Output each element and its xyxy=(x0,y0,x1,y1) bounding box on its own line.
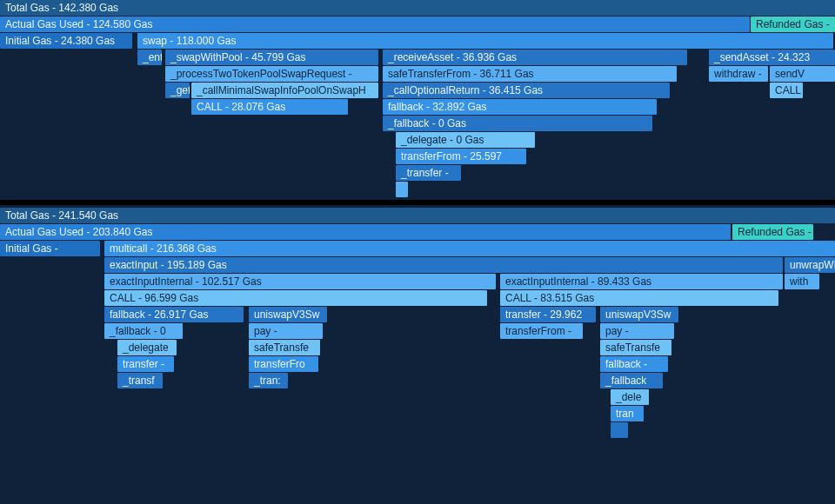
flame-row: _get_callMinimalSwapInfoPoolOnSwapH_call… xyxy=(0,83,835,98)
flame-row: Initial Gas - 24.380 Gasswap - 118.000 G… xyxy=(0,33,835,49)
flame-bar[interactable]: Refunded Gas - xyxy=(751,17,835,32)
flame-bar[interactable]: CALL xyxy=(770,83,803,98)
flame-bar[interactable]: CALL - 28.076 Gas xyxy=(191,99,348,115)
flame-bar[interactable]: _transf xyxy=(117,373,163,388)
flame-bar[interactable]: pay - xyxy=(249,323,323,339)
flame-row: _delegate - 0 Gas xyxy=(0,132,835,148)
flame-bar[interactable]: _receiveAsset - 36.936 Gas xyxy=(383,50,687,65)
flame-row: CALL - 28.076 Gasfallback - 32.892 Gas xyxy=(0,99,835,115)
separator xyxy=(0,200,835,205)
flame-bar[interactable]: _transfer - xyxy=(396,165,461,181)
flame-bar[interactable]: safeTransferFrom - 36.711 Gas xyxy=(383,66,677,82)
flame-row: _fallback - 0 Gas xyxy=(0,116,835,131)
flame-bar[interactable]: safeTransfe xyxy=(600,340,671,355)
flame-row: _dele xyxy=(0,389,835,405)
flame-bar[interactable]: fallback - 32.892 Gas xyxy=(383,99,657,115)
flame-bar[interactable]: Total Gas - 142.380 Gas xyxy=(0,0,835,16)
flame-bar[interactable]: transfer - xyxy=(117,356,174,372)
flame-row xyxy=(0,422,835,438)
flame-row: Actual Gas Used - 203.840 GasRefunded Ga… xyxy=(0,224,835,240)
flame-bar[interactable]: unwrapWE xyxy=(785,257,835,273)
flame-bar[interactable]: _callMinimalSwapInfoPoolOnSwapH xyxy=(191,83,378,98)
flame-row: exactInputInternal - 102.517 GasexactInp… xyxy=(0,274,835,289)
flame-bar[interactable]: _fallback - 0 Gas xyxy=(383,116,652,131)
flame-row: transfer -transferFrofallback - xyxy=(0,356,835,372)
flame-bar[interactable]: sendV xyxy=(770,66,835,82)
flame-row: Total Gas - 142.380 Gas xyxy=(0,0,835,16)
flame-row: CALL - 96.599 GasCALL - 83.515 Gas xyxy=(0,290,835,306)
flame-bar[interactable]: fallback - 26.917 Gas xyxy=(104,307,244,322)
flame-bar[interactable]: _delegate xyxy=(117,340,177,355)
flame-bar[interactable]: CALL - 96.599 Gas xyxy=(104,290,487,306)
flame-bar[interactable]: exactInput - 195.189 Gas xyxy=(104,257,783,273)
flame-bar[interactable]: tran xyxy=(611,406,644,421)
flame-bar[interactable]: _fallback - 0 xyxy=(104,323,183,339)
flame-bar[interactable]: with xyxy=(785,274,819,289)
flame-bar[interactable]: withdraw - xyxy=(709,66,768,82)
flame-bar[interactable]: _dele xyxy=(611,389,649,405)
flame-chart-2: Total Gas - 241.540 GasActual Gas Used -… xyxy=(0,208,835,438)
flame-bar[interactable]: fallback - xyxy=(600,356,668,372)
flame-bar[interactable]: _swapWithPool - 45.799 Gas xyxy=(165,50,378,65)
flame-row: _transfer - xyxy=(0,165,835,181)
flame-row: Actual Gas Used - 124.580 GasRefunded Ga… xyxy=(0,17,835,32)
flame-bar[interactable]: exactInputInternal - 89.433 Gas xyxy=(500,274,783,289)
flame-row: _fallback - 0pay -transferFrom -pay - xyxy=(0,323,835,339)
flame-bar[interactable]: transferFrom - xyxy=(500,323,583,339)
flame-bar[interactable]: Initial Gas - 24.380 Gas xyxy=(0,33,132,49)
flame-bar[interactable]: transfer - 29.962 xyxy=(500,307,596,322)
flame-row: fallback - 26.917 GasuniswapV3Swtransfer… xyxy=(0,307,835,322)
flame-bar[interactable]: _sendAsset - 24.323 xyxy=(709,50,835,65)
flame-bar[interactable]: _callOptionalReturn - 36.415 Gas xyxy=(383,83,670,98)
flame-row: Initial Gas -multicall - 216.368 Gas xyxy=(0,241,835,256)
flame-bar[interactable]: safeTransfe xyxy=(249,340,320,355)
flame-row: transferFrom - 25.597 xyxy=(0,149,835,164)
flame-row: exactInput - 195.189 GasunwrapWE xyxy=(0,257,835,273)
flame-bar[interactable]: uniswapV3Sw xyxy=(600,307,678,322)
flame-bar[interactable]: pay - xyxy=(600,323,674,339)
flame-row xyxy=(0,182,835,197)
flame-bar[interactable]: transferFrom - 25.597 xyxy=(396,149,526,164)
flame-row: _processTwoTokenPoolSwapRequest -safeTra… xyxy=(0,66,835,82)
flame-row: tran xyxy=(0,406,835,421)
flame-bar[interactable]: Initial Gas - xyxy=(0,241,100,256)
flame-row: _transf_tran:_fallback xyxy=(0,373,835,388)
flame-bar[interactable] xyxy=(611,422,628,438)
flame-bar[interactable]: transferFro xyxy=(249,356,318,372)
flame-bar[interactable]: Refunded Gas - xyxy=(732,224,813,240)
flame-bar[interactable]: multicall - 216.368 Gas xyxy=(104,241,835,256)
flame-bar[interactable]: _fallback xyxy=(600,373,663,388)
flame-bar[interactable]: CALL - 83.515 Gas xyxy=(500,290,778,306)
flame-bar[interactable]: _processTwoTokenPoolSwapRequest - xyxy=(165,66,378,82)
flame-bar[interactable]: _ent xyxy=(137,50,162,65)
flame-row: _ent_swapWithPool - 45.799 Gas_receiveAs… xyxy=(0,50,835,65)
flame-bar[interactable]: _get xyxy=(165,83,190,98)
flame-bar[interactable]: uniswapV3Sw xyxy=(249,307,327,322)
flame-row: _delegatesafeTransfesafeTransfe xyxy=(0,340,835,355)
flame-bar[interactable]: Actual Gas Used - 124.580 Gas xyxy=(0,17,750,32)
flame-bar[interactable]: exactInputInternal - 102.517 Gas xyxy=(104,274,496,289)
flame-chart-1: Total Gas - 142.380 GasActual Gas Used -… xyxy=(0,0,835,197)
flame-bar[interactable]: Total Gas - 241.540 Gas xyxy=(0,208,835,223)
flame-bar[interactable]: Actual Gas Used - 203.840 Gas xyxy=(0,224,731,240)
flame-bar[interactable] xyxy=(396,182,408,197)
flame-bar[interactable]: _tran: xyxy=(249,373,288,388)
flame-row: Total Gas - 241.540 Gas xyxy=(0,208,835,223)
flame-bar[interactable]: _delegate - 0 Gas xyxy=(396,132,535,148)
flame-bar[interactable]: swap - 118.000 Gas xyxy=(137,33,833,49)
